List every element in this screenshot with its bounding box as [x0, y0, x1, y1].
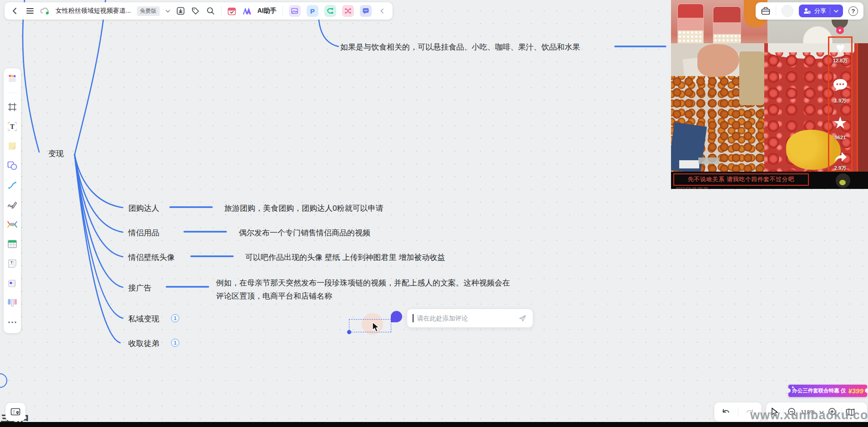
node-branch-desc[interactable]: 旅游团购，美食团购，团购达人0粉就可以申请 — [224, 203, 383, 214]
follow-heart-icon: ♥ — [836, 26, 844, 34]
curve-app-icon[interactable] — [324, 5, 336, 17]
comment-count: 1.9万 — [828, 97, 853, 104]
promo-price: ¥399 — [848, 387, 863, 395]
collapse-icon[interactable] — [378, 6, 387, 15]
kanban-icon[interactable] — [7, 297, 18, 308]
selected-object-rect[interactable] — [349, 319, 391, 332]
node-branch-label[interactable]: 情侣用品 — [128, 228, 159, 238]
chat-app-icon[interactable] — [360, 5, 372, 17]
node-branch-label[interactable]: 情侣壁纸头像 — [128, 252, 175, 263]
card-icon[interactable] — [7, 278, 18, 289]
share-button[interactable]: 分享 — [799, 5, 843, 17]
video-screenshot-image[interactable]: ♥ ♥ 12.8万 1.9万 ★ 9621 2.9万 先不说啥关系 请我吃个四件… — [671, 0, 868, 189]
document-title[interactable]: 女性粉丝领域短视频赛道... — [56, 7, 131, 15]
svg-text:T: T — [10, 260, 13, 264]
node-branch-label[interactable]: 接广告 — [128, 283, 151, 293]
candied-fruit-photo — [671, 43, 764, 172]
svg-text:T: T — [10, 123, 15, 130]
frame-icon[interactable] — [7, 102, 18, 112]
mindmap-icon[interactable] — [7, 219, 18, 230]
comment-input[interactable] — [417, 315, 515, 322]
text-caret — [413, 314, 414, 322]
mouse-cursor — [372, 322, 382, 333]
node-food-note[interactable]: 如果是与饮食相关的，可以悬挂食品、小吃、咖啡、果汁、饮品和水果 — [340, 42, 580, 52]
sticky-note-icon[interactable] — [7, 141, 18, 152]
help-icon[interactable]: ? — [848, 6, 858, 16]
tools-sidebar: T T — [4, 68, 21, 333]
connector-icon[interactable] — [7, 180, 18, 191]
chevron-down-icon[interactable] — [166, 10, 170, 13]
resize-handle[interactable] — [347, 330, 351, 334]
node-branch-desc[interactable]: 偶尔发布一个专门销售情侣商品的视频 — [239, 228, 370, 238]
text-icon[interactable]: T — [7, 121, 18, 132]
pencil-icon[interactable] — [7, 199, 18, 210]
briefcase-icon[interactable] — [761, 6, 770, 15]
table-icon[interactable] — [7, 239, 18, 249]
share-count: 2.9万 — [828, 165, 853, 172]
comment-bubble-icon — [828, 78, 853, 92]
share-person-icon — [803, 8, 811, 14]
favorite-count: 9621 — [828, 135, 853, 140]
node-branch-label[interactable]: 收取徒弟 — [128, 338, 159, 349]
presentation-app-icon[interactable]: P — [307, 5, 318, 17]
video-date: 2022-03-26 00:35 — [676, 186, 708, 189]
ai-assistant-label[interactable]: AI助手 — [257, 7, 277, 15]
board-pin-icon — [10, 408, 20, 416]
heart-icon: ♥ — [828, 40, 853, 56]
promo-text: 办公三件套联合特惠 仅 — [792, 387, 846, 394]
main-toolbar: 女性粉丝领域短视频赛道... 免费版 AI助手 P — [5, 2, 393, 20]
video-caption-box: 先不说啥关系 请我吃个四件套不过分吧 — [673, 173, 809, 186]
collapsed-count-badge[interactable]: 1 — [171, 314, 179, 322]
node-branch-desc[interactable]: 可以吧作品出现的头像 壁纸 上传到神图君里 增加被动收益 — [245, 252, 445, 263]
search-icon[interactable] — [206, 6, 215, 15]
plan-badge[interactable]: 免费版 — [137, 6, 160, 16]
node-root-monetization[interactable]: 变现 — [48, 148, 64, 159]
ai-logo-icon[interactable] — [242, 6, 252, 15]
calendar-icon[interactable] — [227, 6, 237, 15]
undo-button[interactable] — [714, 408, 738, 416]
share-label: 分享 — [814, 7, 826, 15]
templates-icon[interactable] — [7, 73, 18, 84]
comment-input-box[interactable] — [407, 309, 533, 328]
send-icon[interactable] — [518, 314, 527, 323]
tag-icon[interactable] — [191, 6, 200, 15]
node-branch-label[interactable]: 团购达人 — [128, 203, 159, 214]
menu-icon[interactable] — [25, 6, 35, 15]
chevron-down-icon[interactable] — [834, 10, 838, 13]
board-pin-button[interactable] — [5, 403, 25, 421]
star-icon: ★ — [828, 115, 853, 131]
image-app-icon[interactable] — [289, 5, 301, 17]
cloud-sync-icon — [40, 6, 50, 15]
video-bottom-avatar — [836, 173, 850, 188]
share-toolbar: 分享 ? — [756, 2, 863, 20]
node-branch-desc[interactable]: 例如，在母亲节那天突然发布一段珍珠项链的视频，并配上感人的文案。这种视频会在评论… — [216, 276, 517, 303]
document-icon[interactable]: T — [7, 258, 18, 269]
more-icon[interactable] — [7, 317, 18, 328]
video-caption: 先不说啥关系 请我吃个四件套不过分吧 — [688, 176, 794, 183]
collapsed-count-badge[interactable]: 1 — [171, 339, 179, 347]
bottom-black-bar — [0, 422, 868, 427]
promo-banner[interactable]: ✦ 办公三件套联合特惠 仅 ¥399 — [788, 385, 867, 397]
avatar[interactable] — [782, 5, 793, 17]
like-count: 12.8万 — [828, 57, 853, 64]
watermark: www.xunibaoku.com — [750, 408, 868, 422]
share-arrow-icon — [828, 150, 853, 164]
node-branch-label[interactable]: 私域变现 — [128, 314, 159, 324]
sparkle-icon: ✦ — [791, 385, 795, 390]
shapes-icon[interactable] — [7, 160, 18, 171]
comment-pin[interactable] — [391, 311, 402, 322]
back-icon[interactable] — [10, 6, 20, 15]
download-icon[interactable] — [176, 6, 185, 15]
flowchart-app-icon[interactable] — [342, 5, 354, 17]
